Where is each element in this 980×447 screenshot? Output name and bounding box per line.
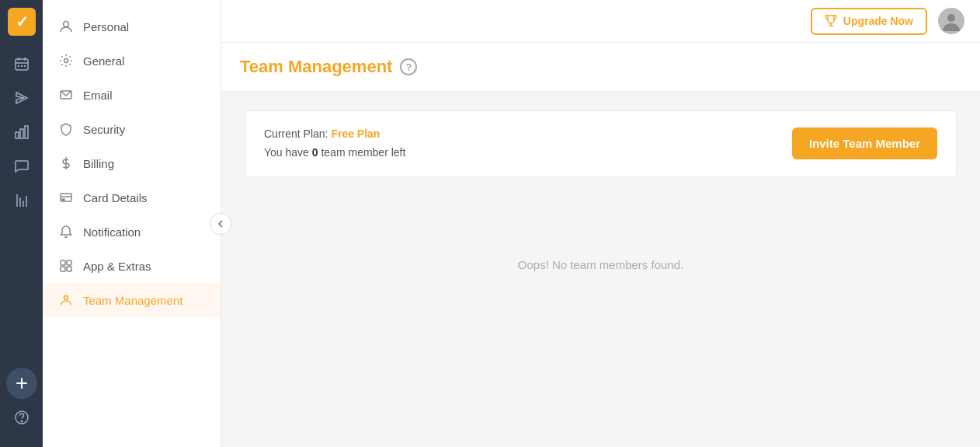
sidebar-item-general-label: General [83,54,124,68]
rail-chat-icon[interactable] [6,151,37,182]
rail-chart-icon[interactable] [6,117,37,148]
sidebar-nav: Personal General Email [43,0,221,327]
team-icon [58,292,74,308]
rail-add-icon[interactable] [6,368,37,399]
sidebar-item-security[interactable]: Security [43,112,221,146]
sidebar-item-app-extras-label: App & Extras [83,260,151,273]
rail-calendar-icon[interactable] [6,48,37,79]
svg-rect-27 [61,267,65,271]
empty-message: Oops! No team members found. [518,258,683,271]
plan-name: Free Plan [331,127,380,140]
svg-rect-7 [21,65,23,67]
dollar-icon [58,155,74,171]
sidebar-item-email-label: Email [83,89,113,102]
main-area: Upgrade Now Team Management ? Current Pl… [221,0,980,447]
sidebar-item-billing-label: Billing [83,157,114,170]
svg-rect-10 [20,129,23,138]
members-count: 0 [312,146,318,159]
members-text-before: You have [264,146,312,159]
rail-send-icon[interactable] [6,82,37,113]
sidebar: Personal General Email [43,0,221,447]
shield-icon [58,121,74,137]
plan-banner: Current Plan: Free Plan You have 0 team … [245,110,957,177]
sidebar-collapse-button[interactable] [210,213,231,235]
svg-rect-11 [25,126,28,138]
svg-rect-25 [61,260,65,265]
svg-text:✓: ✓ [15,13,28,30]
svg-point-33 [947,14,955,22]
upgrade-label: Upgrade Now [843,15,913,27]
email-icon [58,87,74,103]
sidebar-item-email[interactable]: Email [43,78,221,112]
sidebar-item-security-label: Security [83,123,125,136]
gear-icon [58,53,74,68]
icon-rail: ✓ [0,0,43,447]
top-header: Upgrade Now [221,0,980,43]
members-text-after: team member left [318,146,406,159]
plan-label: Current Plan: [264,127,328,140]
svg-rect-9 [16,132,19,138]
help-tooltip-icon[interactable]: ? [400,58,417,75]
sidebar-item-personal-label: Personal [83,20,129,33]
bell-icon [58,224,74,239]
empty-state: Oops! No team members found. [245,196,957,334]
upgrade-button[interactable]: Upgrade Now [811,8,927,35]
user-avatar[interactable] [938,8,964,34]
sidebar-item-team-management-label: Team Management [83,294,182,307]
svg-point-18 [64,22,69,27]
sidebar-item-card-details[interactable]: Card Details [43,180,221,215]
svg-rect-2 [16,59,28,70]
svg-point-19 [64,59,68,63]
svg-rect-28 [67,267,71,271]
sidebar-item-app-extras[interactable]: App & Extras [43,249,221,283]
sidebar-item-billing[interactable]: Billing [43,146,221,180]
sidebar-item-notification[interactable]: Notification [43,215,221,249]
page-title-row: Team Management ? [221,43,980,92]
svg-rect-24 [62,199,64,201]
app-icon [58,258,74,274]
rail-bottom [6,368,37,439]
sidebar-item-team-management[interactable]: Team Management [43,283,221,317]
svg-rect-8 [24,65,26,67]
rail-stats-icon[interactable] [6,185,37,216]
svg-rect-6 [18,65,19,67]
sidebar-item-notification-label: Notification [83,225,141,239]
plan-info: Current Plan: Free Plan You have 0 team … [264,125,405,162]
person-icon [58,19,74,34]
svg-rect-26 [67,260,71,265]
invite-team-member-button[interactable]: Invite Team Member [792,127,937,159]
svg-point-17 [21,421,23,422]
content-area: Team Management ? Current Plan: Free Pla… [221,43,980,447]
sidebar-item-personal[interactable]: Personal [43,9,221,44]
sidebar-item-card-details-label: Card Details [83,191,148,204]
rail-help-icon[interactable] [6,402,37,433]
card-icon [58,190,74,205]
app-logo[interactable]: ✓ [8,8,36,36]
trophy-icon [825,14,837,29]
sidebar-item-general[interactable]: General [43,44,221,78]
svg-point-29 [64,296,68,300]
page-title: Team Management [240,57,392,77]
